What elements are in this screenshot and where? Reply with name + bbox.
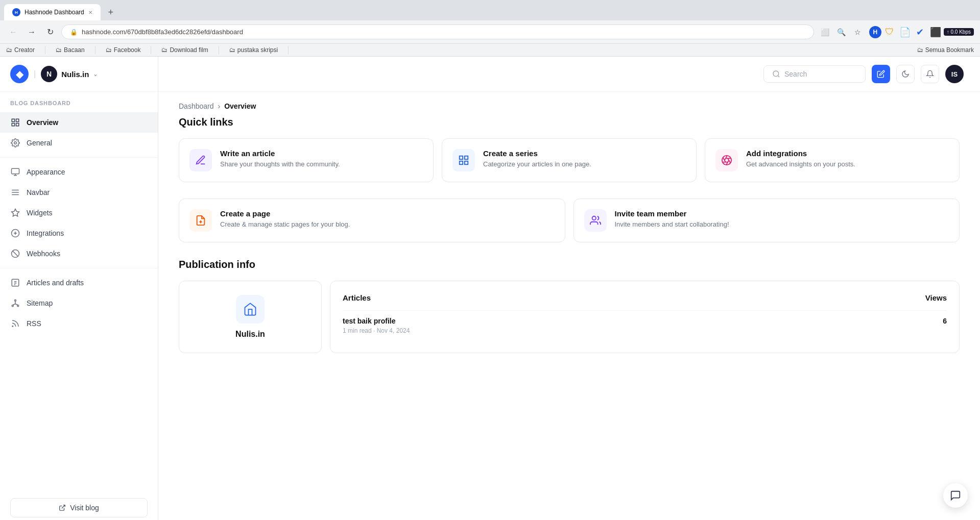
sidebar-item-rss[interactable]: RSS: [0, 313, 158, 334]
breadcrumb-parent[interactable]: Dashboard: [179, 102, 214, 110]
svg-marker-11: [12, 209, 19, 216]
svg-point-22: [12, 305, 13, 307]
speed-badge: ↑ 0.0 Kbps: [944, 28, 974, 36]
quicklink-write-article[interactable]: Write an article Share your thoughts wit…: [179, 138, 434, 182]
sidebar-item-widgets[interactable]: Widgets: [0, 203, 158, 223]
browser-nav: ← → ↻ 🔒 hashnode.com/670dbf8b8fa3ed6dc28…: [0, 20, 980, 43]
sidebar-item-overview[interactable]: Overview: [0, 112, 158, 133]
address-bar[interactable]: 🔒 hashnode.com/670dbf8b8fa3ed6dc2826efd/…: [61, 24, 814, 39]
sidebar-item-appearance[interactable]: Appearance: [0, 162, 158, 182]
search-box[interactable]: Search: [763, 65, 866, 83]
blog-switcher[interactable]: N Nulis.in ⌄: [41, 66, 98, 82]
bookmark-facebook[interactable]: 🗂 Facebook: [106, 46, 141, 54]
invite-team-title: Invite team member: [615, 209, 729, 218]
bookmark-creator[interactable]: 🗂 Creator: [6, 46, 35, 54]
create-series-desc: Categorize your articles in one page.: [483, 160, 591, 169]
publication-section: Publication info Nulis.in Articles Views: [179, 259, 960, 353]
article-meta: 1 min read · Nov 4, 2024: [343, 327, 410, 334]
visit-blog-button[interactable]: Visit blog: [10, 498, 148, 517]
forward-button[interactable]: →: [25, 25, 39, 39]
folder-icon: 🗂: [917, 46, 923, 54]
notification-button[interactable]: [921, 65, 939, 83]
quicklink-create-page[interactable]: Create a page Create & manage static pag…: [179, 199, 565, 242]
folder-icon: 🗂: [6, 46, 12, 54]
sidebar-item-navbar[interactable]: Navbar: [0, 182, 158, 203]
bookmark-right-section: 🗂 Semua Bookmark: [917, 46, 974, 54]
lock-icon: 🔒: [70, 29, 78, 36]
svg-rect-3: [16, 123, 19, 126]
settings-icon: [10, 138, 20, 148]
sidebar-item-label: Sitemap: [27, 299, 53, 307]
ext-h-icon[interactable]: H: [869, 26, 881, 38]
browser-chrome: H Hashnode Dashboard ✕ + ← → ↻ 🔒 hashnod…: [0, 0, 980, 44]
svg-line-16: [13, 251, 18, 257]
url-text: hashnode.com/670dbf8b8fa3ed6dc2826efd/da…: [82, 28, 805, 36]
sidebar-item-label: Integrations: [27, 229, 64, 237]
quicklink-add-integrations[interactable]: Add integrations Get advanced insights o…: [705, 138, 960, 182]
sidebar-item-sitemap[interactable]: Sitemap: [0, 293, 158, 313]
breadcrumb-current: Overview: [224, 102, 256, 110]
bookmark-bacaan[interactable]: 🗂 Bacaan: [56, 46, 85, 54]
main-content: Search IS Dashboard › Overview: [158, 57, 980, 520]
top-bar-right: Search IS: [763, 65, 964, 83]
tab-close-button[interactable]: ✕: [88, 10, 92, 15]
sidebar-item-general[interactable]: General: [0, 133, 158, 153]
sidebar-item-articles-drafts[interactable]: Articles and drafts: [0, 273, 158, 293]
chat-bubble-button[interactable]: [943, 483, 968, 508]
bookmark-download-film[interactable]: 🗂 Download film: [161, 46, 208, 54]
folder-icon: 🗂: [56, 46, 62, 54]
ext-pdf-icon[interactable]: 📄: [898, 25, 912, 39]
sidebar-footer: Visit blog: [0, 490, 158, 520]
theme-toggle-button[interactable]: [896, 65, 915, 83]
add-integrations-text: Add integrations Get advanced insights o…: [746, 149, 855, 169]
bookmark-separator: [219, 46, 219, 54]
hashnode-logo: ◆: [10, 65, 29, 83]
tab-title: Hashnode Dashboard: [25, 9, 84, 16]
create-series-icon: [452, 149, 475, 171]
visit-blog-label: Visit blog: [70, 504, 99, 512]
zoom-button[interactable]: 🔍: [834, 25, 849, 39]
user-avatar[interactable]: IS: [945, 65, 964, 83]
svg-rect-34: [465, 161, 468, 164]
bookmark-semua[interactable]: 🗂 Semua Bookmark: [917, 46, 974, 54]
back-button[interactable]: ←: [6, 25, 20, 39]
write-article-text: Write an article Share your thoughts wit…: [220, 149, 340, 169]
sidebar-item-webhooks[interactable]: Webhooks: [0, 243, 158, 264]
svg-rect-31: [460, 156, 463, 159]
navbar-icon: [10, 187, 20, 197]
bookmark-button[interactable]: ☆: [851, 25, 865, 39]
top-bar: Search IS: [158, 57, 980, 92]
sidebar-divider-line: |: [34, 69, 36, 79]
sidebar-item-label: Webhooks: [27, 250, 60, 258]
extension-icons: H 🛡 📄 ✔ ⬛ ↑ 0.0 Kbps: [869, 25, 974, 39]
folder-icon: 🗂: [106, 46, 112, 54]
quicklink-create-series[interactable]: Create a series Categorize your articles…: [442, 138, 697, 182]
create-series-text: Create a series Categorize your articles…: [483, 149, 591, 169]
ext-check-icon[interactable]: ✔: [913, 25, 927, 39]
quicklinks-section: Quick links Write an article Share your …: [179, 116, 960, 242]
publication-title: Publication info: [179, 259, 960, 270]
app-container: ◆ | N Nulis.in ⌄ BLOG DASHBOARD Overview: [0, 57, 980, 520]
sidebar-divider: [0, 268, 158, 268]
user-initials: IS: [951, 70, 958, 78]
ext-red-icon[interactable]: ⬛: [928, 25, 943, 39]
articles-header: Articles Views: [343, 293, 947, 302]
bookmark-label: Semua Bookmark: [925, 46, 974, 54]
ext-shield-icon[interactable]: 🛡: [882, 25, 897, 39]
quicklinks-grid: Write an article Share your thoughts wit…: [179, 138, 960, 182]
folder-icon: 🗂: [161, 46, 168, 54]
reload-button[interactable]: ↻: [43, 25, 57, 39]
new-tab-button[interactable]: +: [104, 5, 118, 19]
svg-point-21: [15, 300, 16, 301]
write-button[interactable]: [872, 65, 890, 83]
tab-favicon: H: [12, 8, 20, 16]
cast-button[interactable]: ⬜: [818, 25, 832, 39]
appearance-icon: [10, 167, 20, 177]
active-tab[interactable]: H Hashnode Dashboard ✕: [4, 4, 101, 20]
bookmark-pustaka[interactable]: 🗂 pustaka skripsi: [229, 46, 278, 54]
svg-line-25: [13, 304, 15, 305]
quicklink-invite-team[interactable]: Invite team member Invite members and st…: [573, 199, 960, 242]
svg-rect-1: [16, 119, 19, 121]
sidebar-item-integrations[interactable]: Integrations: [0, 223, 158, 243]
svg-line-26: [15, 304, 18, 305]
